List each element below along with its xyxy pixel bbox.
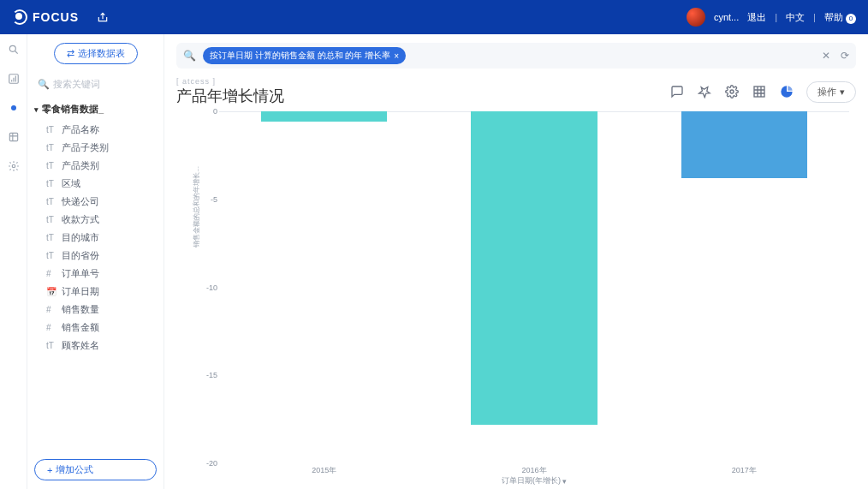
field-label: 区域 — [62, 177, 80, 190]
field-item[interactable]: tT目的省份 — [34, 247, 157, 265]
chart-area: 销售金额的总和的年增长... 0-5-10-15-20 2015年2016年20… — [176, 111, 856, 489]
field-label: 订单单号 — [62, 267, 99, 280]
x-tick: 2017年 — [732, 465, 757, 476]
field-type-icon: tT — [46, 143, 56, 152]
field-item[interactable]: tT目的城市 — [34, 229, 157, 247]
svg-rect-2 — [9, 133, 17, 140]
swap-icon: ⇄ — [67, 48, 74, 59]
chevron-down-icon: ▾ — [840, 86, 845, 98]
y-tick: -15 — [206, 371, 217, 379]
chip-close-icon[interactable]: × — [394, 51, 399, 61]
field-item[interactable]: 📅订单日期 — [34, 283, 157, 301]
field-label: 产品名称 — [62, 123, 99, 136]
field-type-icon: tT — [46, 215, 56, 224]
svg-point-3 — [12, 164, 15, 168]
field-label: 产品类别 — [62, 159, 99, 172]
field-type-icon: tT — [46, 125, 56, 134]
help-link[interactable]: 帮助 0 — [824, 11, 856, 24]
y-axis: 销售金额的总和的年增长... 0-5-10-15-20 — [193, 111, 217, 463]
field-label: 订单日期 — [62, 285, 99, 298]
rail-active-icon[interactable] — [7, 101, 21, 115]
gear-icon[interactable] — [724, 84, 740, 99]
operation-button[interactable]: 操作▾ — [806, 81, 856, 103]
x-axis: 2015年2016年2017年 订单日期(年增长)▾ — [219, 463, 849, 489]
field-label: 顾客姓名 — [62, 339, 99, 352]
x-axis-label[interactable]: 订单日期(年增长)▾ — [502, 475, 567, 486]
field-type-icon: tT — [46, 197, 56, 206]
user-name[interactable]: cynt... — [714, 12, 739, 22]
field-type-icon: tT — [46, 179, 56, 188]
clear-icon[interactable]: ✕ — [822, 50, 830, 62]
refresh-icon[interactable]: ⟳ — [841, 50, 849, 62]
share-icon[interactable] — [94, 9, 111, 26]
query-chip[interactable]: 按订单日期 计算的销售金额 的总和 的年 增长率 × — [203, 47, 406, 64]
bar[interactable] — [471, 111, 597, 425]
add-formula-button[interactable]: + 增加公式 — [34, 459, 157, 480]
field-type-icon: tT — [46, 341, 56, 350]
add-formula-label: 增加公式 — [56, 463, 93, 476]
logo-icon — [12, 9, 27, 25]
field-item[interactable]: tT区域 — [34, 175, 157, 193]
rail-settings-icon[interactable] — [7, 159, 21, 173]
field-item[interactable]: tT收款方式 — [34, 211, 157, 229]
breadcrumb: [ atcess ] — [176, 77, 284, 86]
x-tick: 2015年 — [312, 465, 336, 476]
plot-area — [219, 111, 849, 463]
rail-data-icon[interactable] — [7, 130, 21, 144]
field-item[interactable]: tT顾客姓名 — [34, 337, 157, 355]
table-icon[interactable] — [752, 84, 767, 99]
y-tick: 0 — [213, 107, 217, 116]
field-type-icon: tT — [46, 161, 56, 170]
field-label: 收款方式 — [62, 213, 99, 226]
field-item[interactable]: tT产品子类别 — [34, 139, 157, 157]
select-data-button[interactable]: ⇄ 选择数据表 — [54, 43, 138, 64]
chart-icon[interactable] — [779, 84, 794, 99]
y-axis-label: 销售金额的总和的年增长... — [192, 165, 201, 247]
field-list: 零食销售数据_ tT产品名称tT产品子类别tT产品类别tT区域tT快递公司tT收… — [34, 103, 157, 355]
y-tick: -10 — [206, 283, 217, 292]
query-bar[interactable]: 🔍 按订单日期 计算的销售金额 的总和 的年 增长率 × ✕ ⟳ — [176, 43, 856, 69]
rail-dashboard-icon[interactable] — [7, 72, 21, 86]
y-tick: -20 — [206, 459, 217, 468]
field-item[interactable]: #销售金额 — [34, 319, 157, 337]
field-type-icon: 📅 — [46, 287, 56, 296]
pin-icon[interactable] — [697, 84, 712, 99]
field-type-icon: # — [46, 323, 56, 332]
field-label: 快递公司 — [62, 195, 99, 208]
rail-search-icon[interactable] — [7, 43, 21, 57]
comment-icon[interactable] — [669, 84, 685, 99]
bar[interactable] — [261, 111, 387, 122]
field-label: 销售数量 — [62, 303, 99, 316]
field-type-icon: # — [46, 305, 56, 314]
field-item[interactable]: tT产品名称 — [34, 121, 157, 139]
field-item[interactable]: tT快递公司 — [34, 193, 157, 211]
field-label: 销售金额 — [62, 321, 99, 334]
logout-link[interactable]: 退出 — [747, 11, 766, 24]
bar[interactable] — [681, 111, 807, 178]
query-chip-text: 按订单日期 计算的销售金额 的总和 的年 增长率 — [210, 50, 390, 62]
nav-rail — [0, 34, 27, 489]
sep: | — [775, 12, 777, 22]
field-item[interactable]: #销售数量 — [34, 301, 157, 319]
sidebar-search[interactable]: 🔍 搜索关键词 — [34, 76, 157, 92]
field-type-icon: # — [46, 269, 56, 278]
brand-logo: FOCUS — [12, 9, 79, 25]
select-data-label: 选择数据表 — [78, 47, 125, 60]
chevron-down-icon: ▾ — [562, 477, 567, 486]
svg-point-0 — [9, 45, 15, 51]
svg-point-4 — [730, 90, 734, 93]
field-group[interactable]: 零食销售数据_ — [34, 103, 157, 116]
page-title: 产品年增长情况 — [176, 86, 284, 106]
brand-text: FOCUS — [33, 10, 79, 24]
sidebar: ⇄ 选择数据表 🔍 搜索关键词 零食销售数据_ tT产品名称tT产品子类别tT产… — [27, 34, 164, 489]
main-panel: 🔍 按订单日期 计算的销售金额 的总和 的年 增长率 × ✕ ⟳ [ atces… — [164, 34, 868, 489]
search-icon: 🔍 — [38, 79, 50, 90]
toolbar: 操作▾ — [669, 81, 856, 103]
field-item[interactable]: tT产品类别 — [34, 157, 157, 175]
lang-link[interactable]: 中文 — [786, 11, 805, 24]
avatar[interactable] — [687, 8, 705, 27]
field-label: 产品子类别 — [62, 141, 109, 154]
svg-rect-5 — [754, 86, 764, 97]
field-item[interactable]: #订单单号 — [34, 265, 157, 283]
field-type-icon: tT — [46, 233, 56, 242]
